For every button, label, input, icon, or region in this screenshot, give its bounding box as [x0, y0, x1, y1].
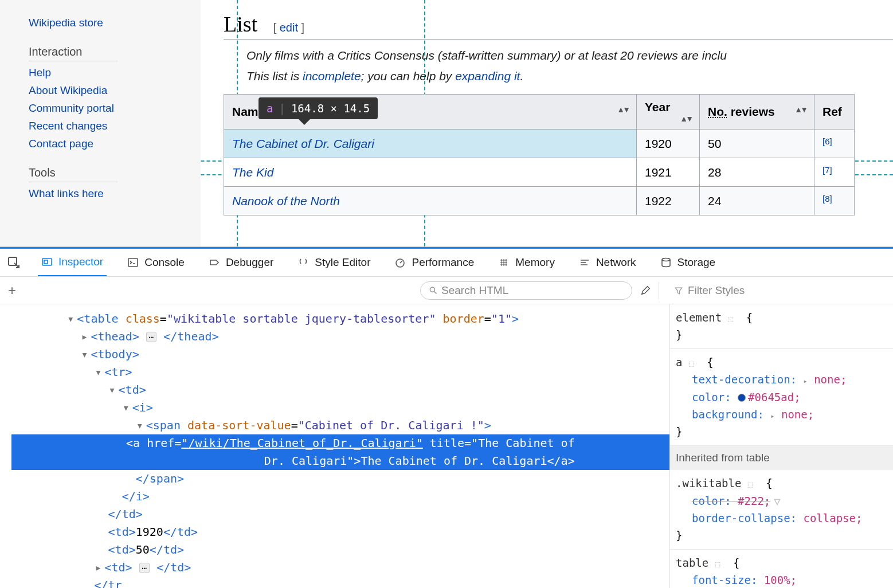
style-editor-icon [297, 257, 309, 268]
tab-storage[interactable]: Storage [657, 249, 719, 276]
devtools-toolbar: + Search HTML Filter Styles [0, 277, 893, 304]
sidebar-link-store[interactable]: Wikipedia store [29, 17, 172, 29]
cell-ref: [7] [814, 158, 855, 187]
tab-console[interactable]: Console [124, 249, 188, 276]
rule-wikitable: .wikitable ⬚ { color: #222;▽ border-coll… [670, 470, 893, 550]
film-link[interactable]: Nanook of the North [232, 194, 340, 207]
memory-icon [498, 257, 510, 268]
tab-network[interactable]: Network [575, 249, 640, 276]
tab-memory[interactable]: Memory [495, 249, 558, 276]
cell-year: 1920 [637, 130, 700, 158]
rule-a: a ⬚ { text-decoration: ▸ none; color: #0… [670, 349, 893, 446]
sidebar-section-interaction: Interaction [29, 45, 117, 61]
cell-name: a | 164.8 × 14.5 The Cabinet of Dr. Cali… [224, 130, 637, 158]
search-icon [429, 286, 438, 295]
section-heading: List [ edit ] [224, 11, 893, 40]
ref-link[interactable]: [8] [822, 194, 832, 203]
inclusion-note: Only films with a Critics Consensus (sta… [246, 45, 893, 86]
filter-indicator-icon: ▽ [774, 495, 780, 507]
network-icon [579, 257, 590, 268]
sort-icon: ▲▼ [680, 114, 691, 123]
th-reviews[interactable]: No. reviews▲▼ [700, 95, 814, 130]
debugger-icon [209, 257, 220, 268]
cell-year: 1921 [637, 158, 700, 187]
tab-inspector[interactable]: Inspector [38, 249, 107, 276]
svg-rect-3 [128, 258, 138, 266]
cell-ref: [8] [814, 187, 855, 215]
table-row: Nanook of the North 1922 24 [8] [224, 187, 855, 215]
rule-table: table ⬚ { font-size: 100%; [670, 550, 893, 588]
cell-name: The Kid [224, 158, 637, 187]
svg-rect-2 [44, 260, 48, 264]
tab-performance[interactable]: Performance [391, 249, 477, 276]
rule-element: element ⬚ {} [670, 304, 893, 349]
incomplete-link[interactable]: incomplete [303, 69, 361, 83]
cell-reviews: 50 [700, 130, 814, 158]
tab-style-editor[interactable]: Style Editor [294, 249, 374, 276]
cell-reviews: 28 [700, 158, 814, 187]
filter-styles-input[interactable]: Filter Styles [667, 284, 885, 297]
inspector-icon [41, 256, 53, 268]
edit-section: [ edit ] [273, 21, 305, 34]
sidebar-section-tools: Tools [29, 166, 117, 182]
devtools-panel: Inspector Console Debugger Style Editor … [0, 246, 893, 588]
inherited-label: Inherited from table [670, 446, 893, 470]
filter-icon [674, 286, 683, 295]
cell-year: 1922 [637, 187, 700, 215]
inspect-tooltip: a | 164.8 × 14.5 [258, 97, 378, 119]
inline-icon: ⬚ [689, 359, 694, 368]
edit-html-icon[interactable] [640, 285, 651, 296]
element-picker-icon[interactable] [7, 256, 21, 269]
th-ref: Ref [814, 95, 855, 130]
storage-icon [660, 257, 672, 268]
film-link[interactable]: The Cabinet of Dr. Caligari [232, 137, 374, 150]
th-year[interactable]: Year▲▼ [637, 95, 700, 130]
tab-debugger[interactable]: Debugger [205, 249, 277, 276]
cell-name: Nanook of the North [224, 187, 637, 215]
table-row: The Kid 1921 28 [7] [224, 158, 855, 187]
section-title: List [224, 12, 257, 36]
edit-link[interactable]: edit [280, 21, 298, 34]
sidebar-link-contact[interactable]: Contact page [29, 138, 172, 150]
devtools-tabs: Inspector Console Debugger Style Editor … [0, 247, 893, 277]
sort-icon: ▲▼ [794, 105, 806, 114]
sidebar-link-whatlinks[interactable]: What links here [29, 187, 172, 200]
search-html-input[interactable]: Search HTML [420, 281, 632, 300]
sidebar-link-community[interactable]: Community portal [29, 102, 172, 115]
dom-tree[interactable]: ▾<table class="wikitable sortable jquery… [0, 304, 669, 588]
new-node-button[interactable]: + [8, 283, 16, 299]
sidebar-link-about[interactable]: About Wikipedia [29, 84, 172, 97]
svg-point-6 [430, 287, 434, 292]
table-row: a | 164.8 × 14.5 The Cabinet of Dr. Cali… [224, 130, 855, 158]
sidebar-link-help[interactable]: Help [29, 66, 172, 79]
ref-link[interactable]: [6] [822, 136, 832, 146]
selected-dom-node[interactable]: <a href="/wiki/The_Cabinet_of_Dr._Caliga… [11, 434, 669, 470]
ref-link[interactable]: [7] [822, 165, 832, 175]
console-icon [127, 257, 139, 268]
expanding-link[interactable]: expanding it [455, 69, 520, 83]
film-link[interactable]: The Kid [232, 166, 273, 179]
performance-icon [394, 257, 406, 268]
svg-point-5 [662, 258, 670, 261]
article-content: List [ edit ] Only films with a Critics … [201, 0, 893, 246]
inline-icon: ⬚ [728, 314, 733, 323]
sidebar-link-recent[interactable]: Recent changes [29, 120, 172, 132]
cell-reviews: 24 [700, 187, 814, 215]
cell-ref: [6] [814, 130, 855, 158]
films-table: Name▲▼ Year▲▼ No. reviews▲▼ Ref a | 164.… [224, 94, 855, 215]
styles-panel[interactable]: element ⬚ {} a ⬚ { text-decoration: ▸ no… [669, 304, 893, 588]
sort-icon: ▲▼ [617, 105, 628, 114]
wikipedia-sidebar: Wikipedia store Interaction Help About W… [0, 0, 201, 246]
